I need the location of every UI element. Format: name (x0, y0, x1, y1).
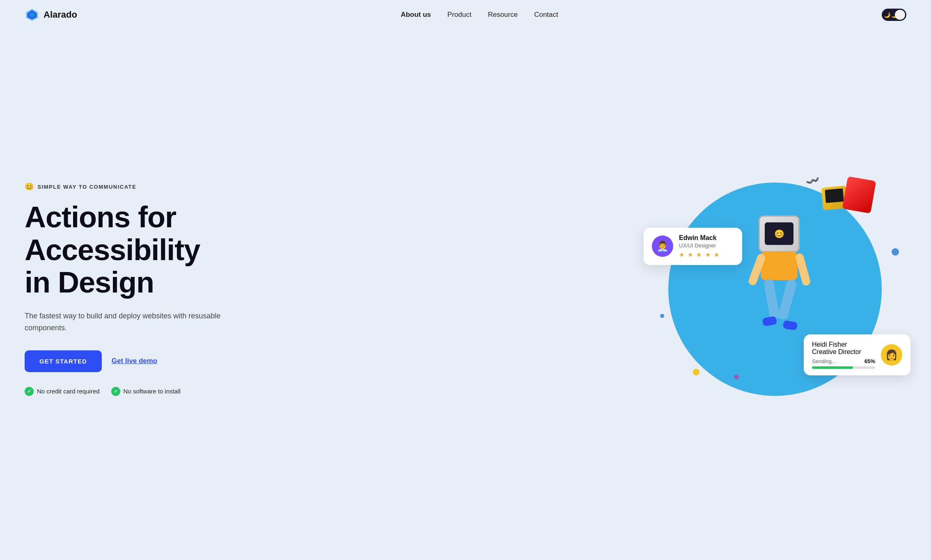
monitor-screen (825, 188, 844, 203)
heidi-name: Heidi Fisher (812, 341, 875, 348)
card-heidi: Heidi Fisher Creative Director Sending..… (804, 334, 910, 375)
heidi-role: Creative Director (812, 348, 875, 356)
hero-title: Actions for Accessibility in Design (25, 201, 222, 299)
get-started-button[interactable]: GET STARTED (25, 350, 102, 372)
hero-title-line2: Accessibility (25, 233, 200, 266)
nav-contact[interactable]: Contact (534, 11, 558, 18)
edwin-info: Edwin Mack UX/UI Designer ★ ★ ★ ★ ★ (679, 234, 720, 258)
badge-no-software: ✓ No software to install (111, 387, 181, 396)
heidi-progress-label: Sending... (812, 358, 836, 364)
hero-illustration: 〰️ 😊 (652, 170, 906, 408)
char-leg-left (763, 278, 780, 320)
char-head: 😊 (759, 215, 800, 252)
char-shoe-right (783, 320, 798, 331)
heidi-progress-bar-fill (812, 366, 853, 369)
char-shoe-left (762, 316, 777, 327)
theme-toggle[interactable]: 🌙 ☀️ (882, 9, 906, 21)
brand-logo[interactable]: Alarado (25, 7, 77, 22)
hero-badges: ✓ No credit card required ✓ No software … (25, 387, 222, 396)
red-box (842, 176, 876, 213)
hero-title-line1: Actions for (25, 201, 176, 233)
dot-blue-small (660, 314, 664, 318)
badge-no-software-text: No software to install (124, 388, 181, 395)
heidi-progress-pct: 65% (864, 358, 875, 364)
dot-blue-large (892, 248, 899, 256)
hero-left: 😊 SIMPLE WAY TO COMMUNICATE Actions for … (25, 182, 222, 395)
tag-line: 😊 SIMPLE WAY TO COMMUNICATE (25, 182, 222, 191)
edwin-avatar: 👨‍💼 (652, 235, 673, 257)
edwin-role: UX/UI Designer (679, 242, 720, 249)
hero-title-line3: in Design (25, 266, 154, 299)
check-icon-2: ✓ (111, 387, 120, 396)
char-torso (761, 251, 798, 280)
badge-no-card-text: No credit card required (37, 388, 100, 395)
card-edwin: 👨‍💼 Edwin Mack UX/UI Designer ★ ★ ★ ★ ★ (644, 228, 742, 265)
hero-subtitle: The fastest way to build and deploy webs… (25, 310, 222, 334)
logo-icon (25, 7, 39, 22)
nav-links: About us Product Resource Contact (401, 11, 558, 19)
hero-section: 😊 SIMPLE WAY TO COMMUNICATE Actions for … (0, 30, 931, 557)
tag-text: SIMPLE WAY TO COMMUNICATE (38, 184, 137, 190)
heidi-avatar: 👩 (881, 344, 902, 366)
tag-emoji: 😊 (25, 182, 34, 191)
toggle-circle: ☀️ (895, 10, 905, 20)
heidi-info: Heidi Fisher Creative Director Sending..… (812, 341, 875, 369)
nav-resource[interactable]: Resource (488, 11, 518, 18)
hero-buttons: GET STARTED Get live demo (25, 350, 222, 372)
live-demo-button[interactable]: Get live demo (112, 357, 157, 365)
char-screen: 😊 (765, 222, 793, 245)
navbar: Alarado About us Product Resource Contac… (0, 0, 931, 30)
heidi-progress-row: Sending... 65% (812, 358, 875, 364)
edwin-name: Edwin Mack (679, 234, 720, 242)
dot-purple (734, 375, 739, 379)
nav-product[interactable]: Product (447, 11, 472, 18)
char-leg-right (777, 278, 797, 320)
brand-name: Alarado (44, 9, 77, 20)
badge-no-card: ✓ No credit card required (25, 387, 100, 396)
edwin-stars: ★ ★ ★ ★ ★ (679, 251, 720, 258)
dot-yellow (693, 369, 699, 375)
check-icon-1: ✓ (25, 387, 34, 396)
nav-about[interactable]: About us (401, 11, 431, 18)
heidi-progress-bar-bg (812, 366, 875, 369)
